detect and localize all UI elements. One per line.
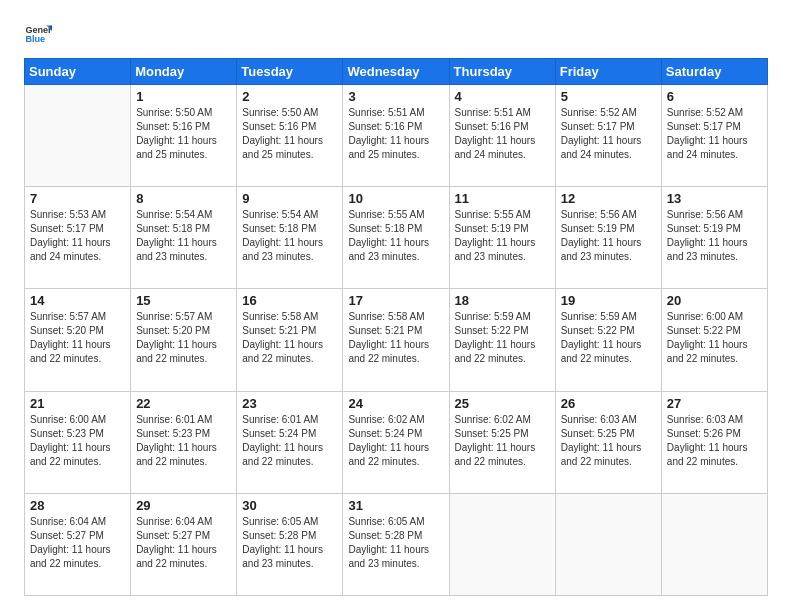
weekday-header: Sunday [25, 59, 131, 85]
day-number: 30 [242, 498, 337, 513]
calendar-cell [555, 493, 661, 595]
day-number: 22 [136, 396, 231, 411]
calendar-cell: 11Sunrise: 5:55 AM Sunset: 5:19 PM Dayli… [449, 187, 555, 289]
calendar-week-row: 1Sunrise: 5:50 AM Sunset: 5:16 PM Daylig… [25, 85, 768, 187]
page-header: General Blue [24, 20, 768, 48]
weekday-header: Monday [131, 59, 237, 85]
day-info: Sunrise: 6:05 AM Sunset: 5:28 PM Dayligh… [242, 515, 337, 571]
day-number: 7 [30, 191, 125, 206]
calendar-cell: 2Sunrise: 5:50 AM Sunset: 5:16 PM Daylig… [237, 85, 343, 187]
day-number: 23 [242, 396, 337, 411]
calendar-cell: 7Sunrise: 5:53 AM Sunset: 5:17 PM Daylig… [25, 187, 131, 289]
calendar-cell: 18Sunrise: 5:59 AM Sunset: 5:22 PM Dayli… [449, 289, 555, 391]
weekday-header: Friday [555, 59, 661, 85]
day-number: 2 [242, 89, 337, 104]
day-number: 20 [667, 293, 762, 308]
logo-icon: General Blue [24, 20, 52, 48]
day-info: Sunrise: 5:52 AM Sunset: 5:17 PM Dayligh… [561, 106, 656, 162]
day-number: 17 [348, 293, 443, 308]
day-number: 14 [30, 293, 125, 308]
day-info: Sunrise: 5:54 AM Sunset: 5:18 PM Dayligh… [136, 208, 231, 264]
weekday-header: Wednesday [343, 59, 449, 85]
weekday-header: Thursday [449, 59, 555, 85]
day-info: Sunrise: 5:55 AM Sunset: 5:19 PM Dayligh… [455, 208, 550, 264]
calendar-cell: 13Sunrise: 5:56 AM Sunset: 5:19 PM Dayli… [661, 187, 767, 289]
calendar-cell: 26Sunrise: 6:03 AM Sunset: 5:25 PM Dayli… [555, 391, 661, 493]
day-info: Sunrise: 5:52 AM Sunset: 5:17 PM Dayligh… [667, 106, 762, 162]
day-number: 13 [667, 191, 762, 206]
day-number: 9 [242, 191, 337, 206]
day-number: 15 [136, 293, 231, 308]
weekday-header: Saturday [661, 59, 767, 85]
day-info: Sunrise: 5:57 AM Sunset: 5:20 PM Dayligh… [30, 310, 125, 366]
day-number: 4 [455, 89, 550, 104]
day-number: 6 [667, 89, 762, 104]
day-info: Sunrise: 5:51 AM Sunset: 5:16 PM Dayligh… [455, 106, 550, 162]
calendar-cell [25, 85, 131, 187]
svg-text:Blue: Blue [25, 34, 45, 44]
day-info: Sunrise: 5:58 AM Sunset: 5:21 PM Dayligh… [348, 310, 443, 366]
calendar-cell: 20Sunrise: 6:00 AM Sunset: 5:22 PM Dayli… [661, 289, 767, 391]
day-info: Sunrise: 5:53 AM Sunset: 5:17 PM Dayligh… [30, 208, 125, 264]
day-info: Sunrise: 6:00 AM Sunset: 5:23 PM Dayligh… [30, 413, 125, 469]
calendar-week-row: 14Sunrise: 5:57 AM Sunset: 5:20 PM Dayli… [25, 289, 768, 391]
calendar-week-row: 21Sunrise: 6:00 AM Sunset: 5:23 PM Dayli… [25, 391, 768, 493]
day-info: Sunrise: 5:59 AM Sunset: 5:22 PM Dayligh… [561, 310, 656, 366]
calendar-cell: 6Sunrise: 5:52 AM Sunset: 5:17 PM Daylig… [661, 85, 767, 187]
day-info: Sunrise: 6:00 AM Sunset: 5:22 PM Dayligh… [667, 310, 762, 366]
logo: General Blue [24, 20, 52, 48]
day-info: Sunrise: 6:05 AM Sunset: 5:28 PM Dayligh… [348, 515, 443, 571]
day-info: Sunrise: 5:58 AM Sunset: 5:21 PM Dayligh… [242, 310, 337, 366]
calendar-cell: 15Sunrise: 5:57 AM Sunset: 5:20 PM Dayli… [131, 289, 237, 391]
day-number: 28 [30, 498, 125, 513]
day-info: Sunrise: 5:54 AM Sunset: 5:18 PM Dayligh… [242, 208, 337, 264]
calendar-cell [661, 493, 767, 595]
day-number: 25 [455, 396, 550, 411]
calendar-cell: 17Sunrise: 5:58 AM Sunset: 5:21 PM Dayli… [343, 289, 449, 391]
calendar-cell: 14Sunrise: 5:57 AM Sunset: 5:20 PM Dayli… [25, 289, 131, 391]
day-info: Sunrise: 6:03 AM Sunset: 5:25 PM Dayligh… [561, 413, 656, 469]
calendar-cell: 23Sunrise: 6:01 AM Sunset: 5:24 PM Dayli… [237, 391, 343, 493]
calendar-cell: 31Sunrise: 6:05 AM Sunset: 5:28 PM Dayli… [343, 493, 449, 595]
day-info: Sunrise: 5:56 AM Sunset: 5:19 PM Dayligh… [561, 208, 656, 264]
day-info: Sunrise: 6:01 AM Sunset: 5:23 PM Dayligh… [136, 413, 231, 469]
day-info: Sunrise: 5:56 AM Sunset: 5:19 PM Dayligh… [667, 208, 762, 264]
day-number: 11 [455, 191, 550, 206]
day-info: Sunrise: 5:50 AM Sunset: 5:16 PM Dayligh… [136, 106, 231, 162]
calendar-table: SundayMondayTuesdayWednesdayThursdayFrid… [24, 58, 768, 596]
day-info: Sunrise: 6:02 AM Sunset: 5:24 PM Dayligh… [348, 413, 443, 469]
calendar-cell: 16Sunrise: 5:58 AM Sunset: 5:21 PM Dayli… [237, 289, 343, 391]
calendar-cell: 9Sunrise: 5:54 AM Sunset: 5:18 PM Daylig… [237, 187, 343, 289]
calendar-cell: 4Sunrise: 5:51 AM Sunset: 5:16 PM Daylig… [449, 85, 555, 187]
calendar-cell: 25Sunrise: 6:02 AM Sunset: 5:25 PM Dayli… [449, 391, 555, 493]
day-number: 27 [667, 396, 762, 411]
calendar-cell: 1Sunrise: 5:50 AM Sunset: 5:16 PM Daylig… [131, 85, 237, 187]
day-info: Sunrise: 6:02 AM Sunset: 5:25 PM Dayligh… [455, 413, 550, 469]
calendar-week-row: 28Sunrise: 6:04 AM Sunset: 5:27 PM Dayli… [25, 493, 768, 595]
calendar-cell: 29Sunrise: 6:04 AM Sunset: 5:27 PM Dayli… [131, 493, 237, 595]
weekday-header: Tuesday [237, 59, 343, 85]
calendar-cell: 30Sunrise: 6:05 AM Sunset: 5:28 PM Dayli… [237, 493, 343, 595]
day-info: Sunrise: 6:04 AM Sunset: 5:27 PM Dayligh… [136, 515, 231, 571]
day-info: Sunrise: 6:03 AM Sunset: 5:26 PM Dayligh… [667, 413, 762, 469]
day-info: Sunrise: 5:50 AM Sunset: 5:16 PM Dayligh… [242, 106, 337, 162]
day-number: 19 [561, 293, 656, 308]
day-number: 31 [348, 498, 443, 513]
calendar-cell: 12Sunrise: 5:56 AM Sunset: 5:19 PM Dayli… [555, 187, 661, 289]
day-number: 10 [348, 191, 443, 206]
day-number: 8 [136, 191, 231, 206]
calendar-week-row: 7Sunrise: 5:53 AM Sunset: 5:17 PM Daylig… [25, 187, 768, 289]
day-number: 16 [242, 293, 337, 308]
day-info: Sunrise: 6:01 AM Sunset: 5:24 PM Dayligh… [242, 413, 337, 469]
day-info: Sunrise: 6:04 AM Sunset: 5:27 PM Dayligh… [30, 515, 125, 571]
calendar-cell: 10Sunrise: 5:55 AM Sunset: 5:18 PM Dayli… [343, 187, 449, 289]
day-number: 5 [561, 89, 656, 104]
calendar-cell: 3Sunrise: 5:51 AM Sunset: 5:16 PM Daylig… [343, 85, 449, 187]
day-number: 21 [30, 396, 125, 411]
day-number: 26 [561, 396, 656, 411]
calendar-cell: 24Sunrise: 6:02 AM Sunset: 5:24 PM Dayli… [343, 391, 449, 493]
day-info: Sunrise: 5:55 AM Sunset: 5:18 PM Dayligh… [348, 208, 443, 264]
calendar-cell: 27Sunrise: 6:03 AM Sunset: 5:26 PM Dayli… [661, 391, 767, 493]
calendar-cell: 19Sunrise: 5:59 AM Sunset: 5:22 PM Dayli… [555, 289, 661, 391]
day-number: 18 [455, 293, 550, 308]
